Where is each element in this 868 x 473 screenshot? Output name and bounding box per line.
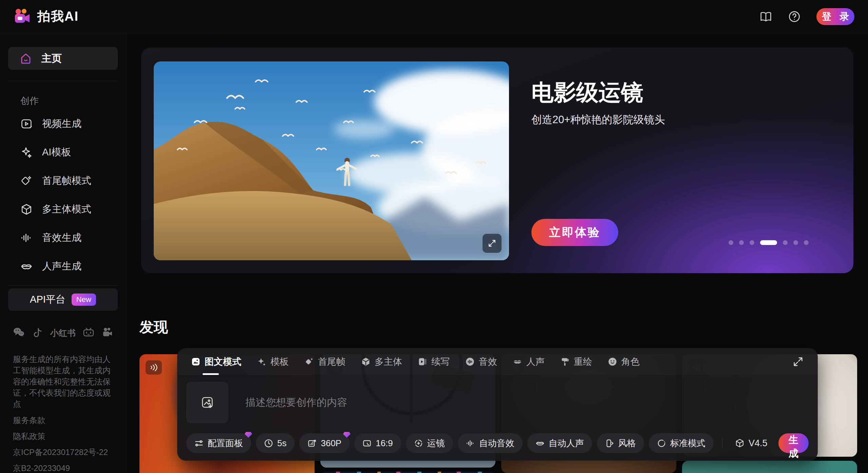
tab-templates[interactable]: 模板 <box>257 348 289 375</box>
sidebar-item-home[interactable]: 主页 <box>8 47 118 70</box>
privacy-link[interactable]: 隐私政策 <box>13 431 113 442</box>
tab-first-last-frame[interactable]: 首尾帧 <box>304 348 345 375</box>
aspect-ratio-icon <box>362 439 372 448</box>
waveform-icon <box>466 439 475 448</box>
carousel-dot[interactable] <box>793 240 798 245</box>
hero-title: 电影级运镜 <box>531 77 643 108</box>
login-button[interactable]: 登 录 <box>816 8 854 25</box>
legal-text: 服务生成的所有内容均由人工智能模型生成，其生成内容的准确性和完整性无法保证，不代… <box>13 354 113 473</box>
sidebar-item-ai-templates[interactable]: AI模板 <box>8 138 118 167</box>
mode-circle-icon <box>657 439 666 448</box>
video-tile[interactable] <box>320 472 495 473</box>
camera-movement-button[interactable]: 运镜 <box>406 433 453 453</box>
prompt-composer-panel: 图文模式 模板 首尾帧 多主体 续写 <box>177 348 818 461</box>
prompt-input[interactable] <box>245 397 809 408</box>
resolution-button[interactable]: 360P <box>299 433 350 453</box>
docs-book-icon[interactable] <box>759 10 772 23</box>
auto-voice-button[interactable]: 自动人声 <box>527 433 592 453</box>
tab-multi-subject[interactable]: 多主体 <box>361 348 402 375</box>
composer-tabs: 图文模式 模板 首尾帧 多主体 续写 <box>177 348 817 375</box>
bilibili-icon[interactable] <box>83 327 94 339</box>
hero-subtitle: 创造20+种惊艳的影院级镜头 <box>531 113 665 127</box>
discover-heading: 发现 <box>139 318 168 337</box>
waveform-icon <box>20 232 33 244</box>
upload-image-button[interactable] <box>186 382 228 423</box>
brand[interactable]: 拍我AI <box>14 8 79 25</box>
cube-icon <box>735 438 744 448</box>
model-version-selector[interactable]: V4.5 <box>735 438 768 449</box>
sidebar-divider <box>8 81 118 81</box>
new-badge: New <box>72 294 96 306</box>
hero-banner: 电影级运镜 创造20+种惊艳的影院级镜头 立即体验 <box>141 48 853 273</box>
sidebar-item-first-last-frame[interactable]: 首尾帧模式 <box>8 167 118 195</box>
duration-button[interactable]: 5s <box>256 433 295 453</box>
standard-mode-button[interactable]: 标准模式 <box>649 433 714 453</box>
diamond-icon <box>20 175 33 187</box>
xiaohongshu-link[interactable]: 小红书 <box>50 327 76 339</box>
icp-number: 京ICP备2023017282号-22 <box>13 447 113 458</box>
sparkle-icon <box>20 146 33 158</box>
social-links: 小红书 <box>13 327 113 339</box>
carousel-dot[interactable] <box>783 240 788 245</box>
try-now-button[interactable]: 立即体验 <box>531 219 618 246</box>
premium-gem-icon <box>343 431 351 439</box>
lips-icon <box>535 439 545 448</box>
tab-sound-effects[interactable]: 音效 <box>465 348 497 375</box>
sound-on-icon[interactable] <box>146 360 162 375</box>
douyin-icon[interactable] <box>32 327 43 339</box>
sidebar-divider-2 <box>8 285 118 286</box>
carousel-dots <box>729 240 809 245</box>
tab-voice[interactable]: 人声 <box>513 348 545 375</box>
carousel-dot[interactable] <box>729 240 733 245</box>
premium-gem-icon <box>244 431 252 439</box>
tab-extend[interactable]: 续写 <box>418 348 450 375</box>
tab-character[interactable]: 角色 <box>608 348 640 375</box>
carousel-dot[interactable] <box>750 240 754 245</box>
carousel-dot[interactable] <box>760 240 777 245</box>
brand-logo-camera-icon <box>14 8 31 25</box>
tab-image-text-mode[interactable]: 图文模式 <box>191 348 241 375</box>
lips-icon <box>513 357 522 366</box>
sliders-icon <box>194 439 204 448</box>
toolbar-separator <box>722 438 723 448</box>
face-icon <box>608 357 617 366</box>
license-number: 京B2-20233049 <box>13 462 113 473</box>
api-platform-button[interactable]: API平台 New <box>8 288 118 311</box>
resolution-icon <box>307 439 317 448</box>
composer-input-row <box>177 375 817 423</box>
lips-icon <box>20 260 33 272</box>
legal-disclaimer: 服务生成的所有内容均由人工智能模型生成，其生成内容的准确性和完整性无法保证，不代… <box>13 354 113 410</box>
video-tile[interactable] <box>682 461 857 473</box>
carousel-dot[interactable] <box>804 240 809 245</box>
image-icon <box>191 357 201 366</box>
tab-repaint[interactable]: 重绘 <box>560 348 592 375</box>
top-bar: 拍我AI 登 录 <box>0 0 868 33</box>
sidebar-item-video-generation[interactable]: 视频生成 <box>8 110 118 138</box>
hero-expand-icon[interactable] <box>483 234 502 253</box>
cube-icon <box>20 203 33 215</box>
terms-link[interactable]: 服务条款 <box>13 415 113 426</box>
carousel-dot[interactable] <box>739 240 744 245</box>
sidebar-section-label: 创作 <box>20 95 118 107</box>
cube-icon <box>361 357 371 366</box>
hero-video-thumbnail[interactable] <box>154 61 509 260</box>
auto-sfx-button[interactable]: 自动音效 <box>458 433 523 453</box>
sparkle-icon <box>257 357 266 366</box>
sound-circle-icon <box>465 357 475 366</box>
brand-title: 拍我AI <box>37 8 79 25</box>
sidebar-home-label: 主页 <box>41 52 62 65</box>
help-icon[interactable] <box>788 10 801 23</box>
config-panel-button[interactable]: 配置面板 <box>186 433 251 453</box>
aspect-ratio-button[interactable]: 16:9 <box>354 433 401 453</box>
clock-icon <box>264 439 273 448</box>
sidebar-item-multi-subject[interactable]: 多主体模式 <box>8 195 118 224</box>
sidebar-item-sound-effects[interactable]: 音效生成 <box>8 224 118 252</box>
video-channel-icon[interactable] <box>101 327 113 339</box>
style-button[interactable]: 风格 <box>597 433 644 453</box>
sidebar: 主页 创作 视频生成 AI模板 <box>0 33 126 473</box>
generate-button[interactable]: 生 成 <box>778 433 809 453</box>
panel-expand-icon[interactable] <box>792 356 804 367</box>
sidebar-item-voice-generation[interactable]: 人声生成 <box>8 252 118 281</box>
wechat-icon[interactable] <box>13 327 24 339</box>
diamond-icon <box>304 357 314 366</box>
